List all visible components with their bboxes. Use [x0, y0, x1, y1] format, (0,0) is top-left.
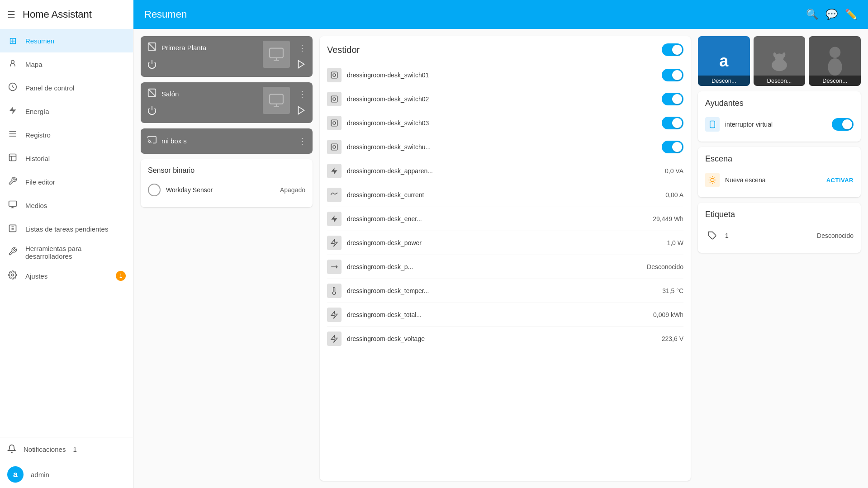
toggle-thumb	[842, 119, 852, 129]
notificaciones-label: Notificaciones	[24, 445, 66, 453]
sidebar-item-file-editor[interactable]: File editor	[0, 170, 133, 194]
svg-marker-35	[331, 240, 337, 246]
device-value: 0,0 VA	[652, 167, 683, 175]
media-card-title-row: Primera Planta	[147, 42, 206, 54]
escena-title: Escena	[705, 154, 854, 164]
svg-line-20	[148, 89, 156, 97]
header-actions: 🔍 💬 ✏️	[806, 9, 868, 20]
sidebar-item-resumen[interactable]: ⊞ Resumen	[0, 29, 133, 52]
page-title: Resumen	[144, 9, 187, 20]
sidebar-item-mapa[interactable]: Mapa	[0, 52, 133, 76]
sidebar-item-energia[interactable]: Energía	[0, 99, 133, 123]
scene-icon	[705, 173, 720, 187]
device-row: dressingroom-desk_current 0,00 A	[327, 183, 683, 207]
etiqueta-id: 1	[725, 232, 811, 239]
scene-name: Nueva escena	[725, 176, 821, 184]
more-options-icon[interactable]: ⋮	[298, 43, 306, 53]
chat-icon[interactable]: 💬	[825, 9, 838, 20]
sidebar-item-notificaciones[interactable]: Notificaciones 1	[0, 437, 133, 461]
toggle-thumb	[672, 94, 682, 104]
media-card-title: Salón	[161, 90, 179, 98]
sidebar-item-listas[interactable]: Listas de tareas pendientes	[0, 217, 133, 241]
sidebar-item-ajustes[interactable]: Ajustes 1	[0, 264, 133, 288]
etiqueta-title: Etiqueta	[705, 210, 854, 219]
svg-rect-5	[9, 154, 16, 161]
virtual-switch-toggle[interactable]	[832, 118, 854, 131]
toggle-track	[662, 141, 683, 153]
vestidor-header: Vestidor	[327, 43, 683, 56]
device-name: dressingroom-desk_power	[347, 239, 646, 246]
total-energy-icon	[327, 308, 342, 322]
device-toggle[interactable]	[662, 69, 683, 81]
power-icon[interactable]	[147, 59, 157, 71]
ajustes-icon	[7, 270, 18, 282]
vestidor-card: Vestidor dressingroom-desk_switch01	[320, 36, 691, 481]
camera-label: Descon...	[809, 76, 861, 86]
device-row: dressingroom-desk_switch03	[327, 111, 683, 135]
media-card-primera-planta[interactable]: Primera Planta ⋮	[141, 36, 313, 77]
resumen-icon: ⊞	[7, 35, 18, 46]
medios-icon	[7, 200, 18, 211]
device-toggle[interactable]	[662, 117, 683, 129]
device-value: 223,6 V	[652, 335, 683, 342]
device-name: dressingroom-desk_total...	[347, 311, 646, 318]
media-card-title: mi box s	[161, 137, 187, 145]
media-card-mi-box-s[interactable]: mi box s ⋮	[141, 128, 313, 154]
device-name: dressingroom-desk_voltage	[347, 335, 646, 342]
camera-card-3[interactable]: Descon...	[809, 36, 861, 86]
svg-rect-14	[270, 48, 283, 58]
media-card-title: Primera Planta	[161, 44, 206, 52]
browse-icon[interactable]	[296, 105, 306, 118]
sidebar-item-registro[interactable]: Registro	[0, 123, 133, 147]
historial-icon	[7, 153, 18, 164]
sidebar-item-label: Listas de tareas pendientes	[25, 225, 126, 233]
sidebar-bottom: Notificaciones 1 a admin	[0, 437, 133, 488]
camera-card-1[interactable]: a Descon...	[698, 36, 750, 86]
search-icon[interactable]: 🔍	[806, 9, 818, 20]
toggle-thumb	[672, 142, 682, 152]
device-toggle[interactable]	[662, 93, 683, 105]
ayudantes-row: interruptor virtual	[705, 114, 854, 134]
sensor-binario-card: Sensor binario Workday Sensor Apagado	[141, 159, 313, 207]
activate-scene-button[interactable]: ACTIVAR	[826, 177, 854, 184]
switch-icon	[327, 140, 342, 154]
device-row: dressingroom-desk_voltage 223,6 V	[327, 327, 683, 351]
device-value: 0,00 A	[652, 191, 683, 199]
svg-rect-29	[331, 96, 337, 102]
svg-marker-37	[331, 312, 337, 318]
media-card-title-row: Salón	[147, 88, 179, 100]
energy-icon	[327, 212, 342, 226]
power-icon[interactable]	[147, 105, 157, 118]
hamburger-menu-icon[interactable]: ☰	[7, 9, 15, 20]
device-row: dressingroom-desk_p... Desconocido	[327, 255, 683, 279]
sensor-state: Apagado	[280, 186, 305, 194]
energia-icon	[7, 106, 18, 117]
more-options-icon[interactable]: ⋮	[298, 136, 306, 146]
etiqueta-value: Desconocido	[817, 232, 854, 239]
toggle-thumb	[672, 70, 682, 80]
device-name: dressingroom-desk_current	[347, 191, 646, 199]
camera-label: Descon...	[754, 76, 806, 86]
device-row: dressingroom-desk_temper... 31,5 °C	[327, 279, 683, 303]
media-card-salon[interactable]: Salón ⋮	[141, 82, 313, 123]
escena-card: Escena Nueva escena ACTIVAR	[698, 147, 861, 197]
edit-icon[interactable]: ✏️	[845, 9, 857, 20]
sidebar-item-label: Mapa	[25, 61, 126, 68]
browse-icon[interactable]	[296, 59, 306, 71]
cast-icon	[147, 135, 157, 147]
svg-marker-38	[331, 336, 337, 342]
etiqueta-row: 1 Desconocido	[705, 226, 854, 246]
sidebar-item-historial[interactable]: Historial	[0, 147, 133, 170]
more-options-icon[interactable]: ⋮	[298, 89, 306, 99]
sidebar-user[interactable]: a admin	[0, 461, 133, 488]
device-row: dressingroom-desk_switchu...	[327, 135, 683, 159]
device-value: 31,5 °C	[652, 287, 683, 294]
device-toggle[interactable]	[662, 141, 683, 153]
sidebar-item-label: Herramientas para desarrolladores	[25, 245, 126, 260]
sidebar-item-panel[interactable]: Panel de control	[0, 76, 133, 99]
sidebar-item-medios[interactable]: Medios	[0, 194, 133, 217]
vestidor-main-toggle[interactable]	[662, 43, 683, 56]
switch-icon	[327, 92, 342, 106]
camera-card-2[interactable]: Descon...	[754, 36, 806, 86]
sidebar-item-herramientas[interactable]: Herramientas para desarrolladores	[0, 241, 133, 264]
